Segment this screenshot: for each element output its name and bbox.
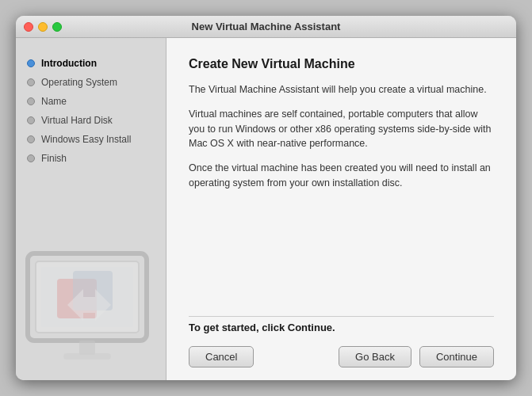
dot-easy-install xyxy=(27,135,35,143)
dot-os xyxy=(27,78,35,86)
main-content: Create New Virtual Machine The Virtual M… xyxy=(166,38,516,380)
cancel-button[interactable]: Cancel xyxy=(189,346,254,367)
window-body: Introduction Operating System Name Virtu… xyxy=(16,38,516,380)
window-title: New Virtual Machine Assistant xyxy=(192,21,341,32)
para-1: The Virtual Machine Assistant will help … xyxy=(189,82,494,97)
content-area: Create New Virtual Machine The Virtual M… xyxy=(189,57,494,316)
sidebar-label-introduction: Introduction xyxy=(41,58,97,69)
sidebar-item-finish[interactable]: Finish xyxy=(16,149,166,168)
continue-button[interactable]: Continue xyxy=(419,346,494,367)
para-2: Virtual machines are self contained, por… xyxy=(189,107,494,151)
sidebar-label-finish: Finish xyxy=(41,153,67,164)
go-back-button[interactable]: Go Back xyxy=(339,346,411,367)
sidebar-label-easy-install: Windows Easy Install xyxy=(41,134,131,145)
para-3: Once the virtual machine has been create… xyxy=(189,161,494,191)
minimize-button[interactable] xyxy=(38,22,48,32)
cta-text: To get started, click Continue. xyxy=(189,316,494,333)
maximize-button[interactable] xyxy=(52,22,62,32)
sidebar-label-name: Name xyxy=(41,96,67,107)
title-bar: New Virtual Machine Assistant xyxy=(16,16,516,38)
svg-rect-5 xyxy=(79,341,95,355)
right-buttons: Go Back Continue xyxy=(339,346,494,367)
svg-rect-6 xyxy=(63,353,111,360)
sidebar-item-easy-install[interactable]: Windows Easy Install xyxy=(16,130,166,149)
traffic-lights xyxy=(24,22,62,32)
vmware-logo-watermark xyxy=(24,246,151,372)
sidebar-item-vhd[interactable]: Virtual Hard Disk xyxy=(16,111,166,130)
dot-name xyxy=(27,97,35,105)
sidebar-item-introduction[interactable]: Introduction xyxy=(16,54,166,73)
dot-introduction xyxy=(27,59,35,67)
sidebar-label-os: Operating System xyxy=(41,77,117,88)
dot-vhd xyxy=(27,116,35,124)
window: New Virtual Machine Assistant Introducti… xyxy=(16,16,516,380)
dot-finish xyxy=(27,154,35,162)
sidebar: Introduction Operating System Name Virtu… xyxy=(16,38,166,380)
sidebar-label-vhd: Virtual Hard Disk xyxy=(41,115,113,126)
main-title: Create New Virtual Machine xyxy=(189,57,494,71)
close-button[interactable] xyxy=(24,22,33,32)
button-row: Cancel Go Back Continue xyxy=(189,346,494,367)
sidebar-item-os[interactable]: Operating System xyxy=(16,73,166,92)
sidebar-item-name[interactable]: Name xyxy=(16,92,166,111)
